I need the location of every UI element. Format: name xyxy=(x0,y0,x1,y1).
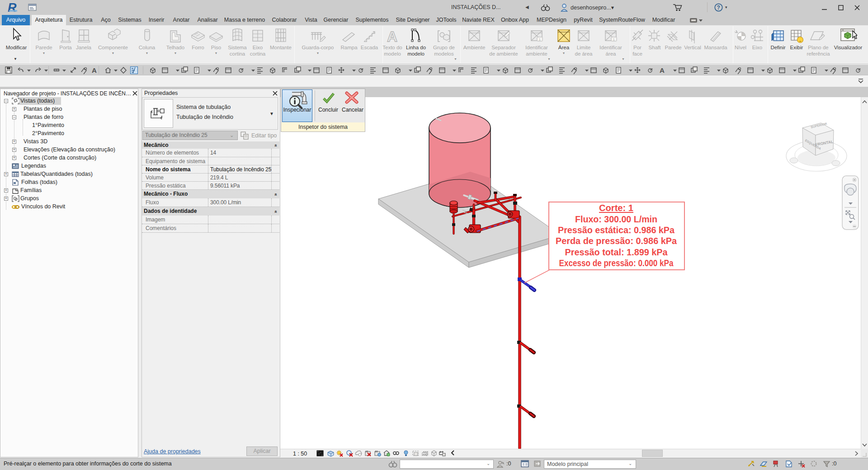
svg-text:R: R xyxy=(8,1,17,14)
svg-text:A: A xyxy=(92,66,97,74)
svg-text:Perda de pressão: 0.986 kPa: Perda de pressão: 0.986 kPa xyxy=(556,235,677,246)
svg-text:?: ? xyxy=(717,5,720,11)
svg-text:Pressão estática: 0.986 kPa: Pressão estática: 0.986 kPa xyxy=(558,225,675,235)
svg-text:Excesso de pressão: 0.000 kPa: Excesso de pressão: 0.000 kPa xyxy=(559,258,674,268)
svg-text:1: 1 xyxy=(613,38,615,42)
svg-text:Corte: 1: Corte: 1 xyxy=(599,202,633,213)
svg-text:-1: -1 xyxy=(734,29,738,33)
svg-text:Fluxo: 300.00 L/min: Fluxo: 300.00 L/min xyxy=(575,214,657,224)
svg-text:A: A xyxy=(387,28,397,44)
svg-text:A: A xyxy=(660,66,665,74)
svg-text:Pressão total: 1.899 kPa: Pressão total: 1.899 kPa xyxy=(565,247,668,257)
svg-text:1: 1 xyxy=(539,38,541,42)
